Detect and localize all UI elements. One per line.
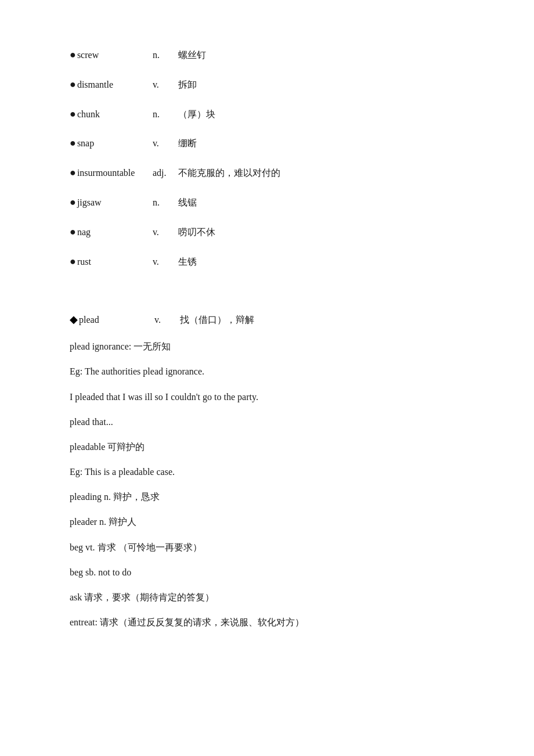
bullet-icon: ● [70,135,76,152]
vocab-meaning: 拆卸 [178,77,197,92]
plead-line-pleader: pleader n. 辩护人 [70,514,464,530]
plead-line-eg2: I pleaded that I was ill so I couldn't g… [70,389,464,405]
plead-word: plead [79,312,154,327]
vocab-meaning: 唠叨不休 [178,225,215,240]
plead-line-ask: ask 请求，要求（期待肯定的答复） [70,589,464,605]
vocab-meaning: 线锯 [178,195,197,210]
vocab-meaning: （厚）块 [178,107,215,122]
bullet-icon: ● [70,76,76,93]
vocab-word: snap [77,136,153,151]
plead-line-eg1: Eg: The authorities plead ignorance. [70,363,464,379]
vocab-list: ●screwn. 螺丝钉 ●dismantlev. 拆卸 ●chunkn. （厚… [70,46,464,269]
plead-section: ◆pleadv. 找（借口），辩解 plead ignorance: 一无所知E… [70,311,464,630]
plead-meaning: 找（借口），辩解 [180,312,254,327]
bullet-icon: ● [70,194,76,211]
plead-line-pleading: pleading n. 辩护，恳求 [70,489,464,505]
bullet-icon: ● [70,106,76,123]
plead-line-beg_phrase: beg sb. not to do [70,564,464,580]
plead-line-beg: beg vt. 肯求 （可怜地一再要求） [70,539,464,555]
diamond-icon: ◆ [70,311,78,328]
vocab-item: ●snapv. 绷断 [70,135,464,152]
vocab-item: ●rustv. 生锈 [70,253,464,270]
vocab-item: ●nagv. 唠叨不休 [70,224,464,240]
plead-pos: v. [154,312,178,327]
vocab-word: rust [77,254,153,269]
vocab-pos: n. [153,195,176,210]
plead-line-eg3: Eg: This is a pleadable case. [70,464,464,480]
vocab-pos: n. [153,107,176,122]
bullet-icon: ● [70,253,76,270]
vocab-pos: n. [153,48,176,63]
vocab-item: ●jigsawn. 线锯 [70,194,464,211]
vocab-word: screw [77,48,153,63]
vocab-pos: adj. [153,165,176,181]
bullet-icon: ● [70,224,76,240]
vocab-pos: v. [153,77,176,92]
vocab-meaning: 生锈 [178,254,197,269]
vocab-word: insurmountable [77,165,153,181]
vocab-pos: v. [153,225,176,240]
vocab-item: ●insurmountableadj. 不能克服的，难以对付的 [70,164,464,181]
vocab-item: ●dismantlev. 拆卸 [70,76,464,93]
vocab-pos: v. [153,254,176,269]
plead-header: ◆pleadv. 找（借口），辩解 [70,311,464,328]
vocab-word: jigsaw [77,195,153,210]
plead-line-phrase2: plead that... [70,414,464,430]
vocab-word: nag [77,225,153,240]
plead-line-pleasdable: pleadable 可辩护的 [70,439,464,455]
bullet-icon: ● [70,46,76,63]
vocab-meaning: 不能克服的，难以对付的 [178,165,280,181]
vocab-meaning: 绷断 [178,136,197,151]
bullet-icon: ● [70,164,76,181]
vocab-item: ●chunkn. （厚）块 [70,106,464,123]
vocab-meaning: 螺丝钉 [178,48,206,63]
plead-line-entreat: entreat: 请求（通过反反复复的请求，来说服、软化对方） [70,614,464,630]
vocab-pos: v. [153,136,176,151]
vocab-word: dismantle [77,77,153,92]
plead-line-phrase1: plead ignorance: 一无所知 [70,339,464,354]
vocab-item: ●screwn. 螺丝钉 [70,46,464,63]
vocab-word: chunk [77,107,153,122]
spacer [70,282,464,305]
